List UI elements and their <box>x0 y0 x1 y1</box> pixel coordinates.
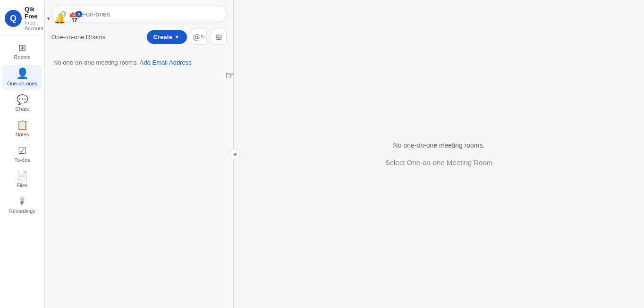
sidebar-item-label-notes: Notes <box>16 132 29 137</box>
sidebar-item-label-todos: To-dos <box>14 157 30 163</box>
sidebar-item-one-on-ones[interactable]: 👤 One-on-ones <box>2 65 42 90</box>
notification-bell[interactable]: 🔔 <box>54 13 66 24</box>
sidebar-item-label-one-on-ones: One-on-ones <box>7 81 37 86</box>
app-info: Qik Free Free Account <box>25 6 43 31</box>
notes-icon: 📋 <box>17 120 28 130</box>
sidebar-item-label-rooms: Rooms <box>14 54 31 60</box>
grid-icon-button[interactable]: ⊞ <box>211 29 227 45</box>
todos-icon: ☑ <box>18 146 26 155</box>
main-panel: @ One-on-one Rooms Create ▼ @ ↻ ⊞ No one… <box>45 0 234 308</box>
calendar-button[interactable]: 📅 0 <box>68 13 80 24</box>
email-at-icon: @ <box>193 33 200 41</box>
calendar-badge: 0 <box>76 11 82 17</box>
add-email-link[interactable]: Add Email Address <box>140 59 192 66</box>
empty-text: No one-on-one meeting rooms. <box>53 59 138 66</box>
sidebar-item-recordings[interactable]: 🎙 Recordings <box>2 193 42 217</box>
create-chevron-icon: ▼ <box>175 34 179 40</box>
collapse-panel-button[interactable]: ◀ <box>229 149 240 159</box>
create-button-label: Create <box>153 33 172 41</box>
sidebar-item-label-recordings: Recordings <box>9 208 35 214</box>
app-logo: Q <box>5 10 22 27</box>
recordings-icon: 🎙 <box>17 197 27 206</box>
sidebar-item-label-files: Files <box>17 183 27 188</box>
sync-icon: ↻ <box>201 34 205 40</box>
content-select-message: Select One-on-one Meeting Room <box>385 158 493 166</box>
chats-icon: 💬 <box>17 95 28 104</box>
panel-toolbar: One-on-one Rooms Create ▼ @ ↻ ⊞ <box>45 26 233 50</box>
dropdown-arrow-icon[interactable]: ▼ <box>46 16 51 21</box>
grid-icon: ⊞ <box>216 33 222 42</box>
sidebar-nav: ⊞ Rooms 👤 One-on-ones 💬 Chats 📋 Notes ☑ … <box>0 35 44 221</box>
app-plan: Free Account <box>25 20 43 31</box>
files-icon: 📄 <box>17 171 28 181</box>
toolbar-actions: Create ▼ @ ↻ ⊞ <box>147 29 227 45</box>
email-icon-button[interactable]: @ ↻ <box>191 29 207 45</box>
one-on-ones-icon: 👤 <box>16 68 29 79</box>
content-area: No one-on-one meeting rooms. Select One-… <box>234 0 644 308</box>
rooms-icon: ⊞ <box>18 43 26 52</box>
bell-icon: 🔔 <box>54 13 66 24</box>
sidebar-item-notes[interactable]: 📋 Notes <box>2 117 42 141</box>
sidebar-header: Q Qik Free Free Account ▼ 🔔 📅 0 <box>0 0 44 35</box>
sidebar-item-files[interactable]: 📄 Files <box>2 167 42 192</box>
search-input[interactable] <box>71 10 219 18</box>
section-label: One-on-one Rooms <box>51 33 105 41</box>
collapse-chevron-icon: ◀ <box>233 151 237 157</box>
sidebar: Q Qik Free Free Account ▼ 🔔 📅 0 ⊞ Rooms … <box>0 0 45 308</box>
sidebar-item-label-chats: Chats <box>16 106 29 112</box>
content-empty-message: No one-on-one meeting rooms. <box>393 142 485 149</box>
sidebar-item-chats[interactable]: 💬 Chats <box>2 91 42 116</box>
empty-state: No one-on-one meeting rooms. Add Email A… <box>45 50 233 75</box>
sidebar-item-todos[interactable]: ☑ To-dos <box>2 142 42 166</box>
create-button[interactable]: Create ▼ <box>147 30 187 44</box>
app-name: Qik Free <box>25 6 43 20</box>
sidebar-item-rooms[interactable]: ⊞ Rooms <box>2 39 42 64</box>
